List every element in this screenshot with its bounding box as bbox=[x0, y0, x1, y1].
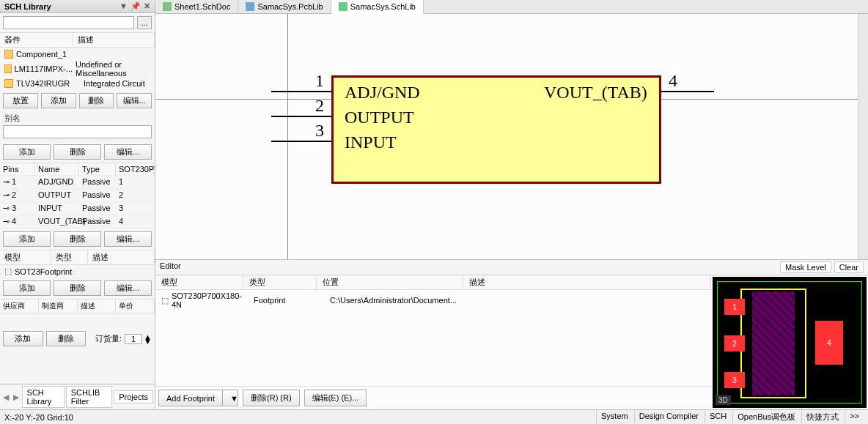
coordinates-text: X:-20 Y:-20 Grid:10 bbox=[4, 413, 73, 422]
list-item[interactable]: Component_1 bbox=[0, 49, 155, 59]
pcblib-icon bbox=[246, 2, 254, 11]
model-row[interactable]: ⬚ SOT23Footprint bbox=[0, 265, 155, 278]
panel-title: SCH Library bbox=[4, 2, 51, 11]
col-component[interactable]: 器件 bbox=[0, 33, 73, 47]
footprint-icon: ⬚ bbox=[4, 267, 12, 276]
tab-schlib-filter[interactable]: SCHLIB Filter bbox=[66, 386, 113, 408]
status-design-compiler[interactable]: Design Compiler bbox=[634, 411, 703, 423]
list-item[interactable]: LM1117IMPX-...Undefined or Miscellaneous bbox=[0, 59, 155, 78]
pad: 3 bbox=[724, 372, 745, 388]
mask-level-button[interactable]: Mask Level bbox=[780, 261, 831, 273]
document-tabs: Sheet1.SchDoc SamacSys.PcbLib SamacSys.S… bbox=[155, 0, 868, 14]
schematic-canvas[interactable]: 1 2 3 4 ADJ/GND OUTPUT INPUT VOUT_(TAB) bbox=[155, 14, 858, 259]
delete-button[interactable]: 删除 bbox=[46, 331, 87, 346]
tab-sch-library[interactable]: SCH Library bbox=[22, 386, 65, 408]
status-system[interactable]: System bbox=[596, 411, 633, 423]
pin-number: 3 bbox=[315, 121, 324, 141]
pad: 2 bbox=[724, 335, 745, 352]
table-row[interactable]: ⊸ 1ADJ/GNDPassive1 bbox=[0, 176, 155, 189]
status-more[interactable]: >> bbox=[845, 411, 864, 423]
component-icon bbox=[4, 64, 12, 73]
edit-button[interactable]: 编辑... bbox=[104, 231, 152, 247]
edit-button[interactable]: 编辑... bbox=[104, 280, 152, 296]
alias-input[interactable] bbox=[3, 125, 152, 138]
add-button[interactable]: 添加 bbox=[3, 280, 51, 296]
col-desc[interactable]: 描述 bbox=[88, 250, 155, 264]
col-location[interactable]: 位置 bbox=[317, 275, 463, 289]
add-button[interactable]: 添加 bbox=[3, 144, 51, 160]
pin-label: ADJ/GND bbox=[345, 83, 420, 103]
add-button[interactable]: 添加 bbox=[3, 231, 51, 247]
order-qty-spinner[interactable]: ▲▼ bbox=[125, 331, 152, 346]
col-model[interactable]: 模型 bbox=[155, 275, 243, 289]
footprint-icon: ⬚ bbox=[161, 296, 169, 305]
footprint-preview[interactable]: 1 2 3 4 3D bbox=[713, 277, 867, 408]
tab-pcblib[interactable]: SamacSys.PcbLib bbox=[238, 0, 331, 13]
col-desc[interactable]: 描述 bbox=[78, 300, 117, 313]
pin-number: 1 bbox=[315, 71, 324, 91]
status-sch[interactable]: SCH bbox=[705, 411, 731, 423]
browse-button[interactable]: ... bbox=[137, 16, 152, 29]
editor-title: Editor bbox=[160, 261, 181, 273]
col-footprint[interactable]: SOT230P7... bbox=[116, 163, 154, 176]
col-supplier[interactable]: 供应商 bbox=[0, 300, 39, 313]
scroll-right-icon[interactable]: ▶ bbox=[12, 393, 21, 402]
close-icon[interactable]: ✕ bbox=[144, 1, 150, 11]
col-model[interactable]: 模型 bbox=[0, 250, 51, 264]
tab-projects[interactable]: Projects bbox=[114, 390, 153, 403]
dropdown-icon[interactable]: ▼ bbox=[119, 1, 128, 11]
footprint-row[interactable]: ⬚ SOT230P700X180-4N Footprint C:\Users\A… bbox=[155, 290, 711, 310]
delete-button[interactable]: 删除 bbox=[54, 231, 101, 247]
pin-icon[interactable]: 📌 bbox=[130, 1, 141, 11]
status-shortcuts[interactable]: 快捷方式 bbox=[801, 411, 843, 423]
3d-toggle[interactable]: 3D bbox=[716, 395, 731, 405]
scroll-left-icon[interactable]: ◀ bbox=[1, 393, 10, 402]
edit-footprint-button[interactable]: 编辑(E) (E)... bbox=[304, 390, 367, 406]
add-button[interactable]: 添加 bbox=[3, 331, 43, 346]
pin-number: 4 bbox=[669, 71, 677, 91]
pad: 4 bbox=[815, 321, 843, 365]
component-icon bbox=[4, 50, 13, 59]
pin-label: VOUT_(TAB) bbox=[544, 83, 647, 103]
edit-button[interactable]: 编辑... bbox=[104, 144, 152, 160]
table-row[interactable]: ⊸ 4VOUT_(TAB)Passive4 bbox=[0, 215, 155, 228]
tab-schlib[interactable]: SamacSys.SchLib bbox=[331, 0, 424, 14]
add-footprint-button[interactable]: Add Footprint bbox=[158, 390, 223, 406]
schdoc-icon bbox=[163, 2, 172, 11]
table-row[interactable]: ⊸ 3INPUTPassive3 bbox=[0, 202, 155, 215]
add-footprint-dropdown[interactable]: ▼ bbox=[223, 390, 238, 406]
tab-sheet1[interactable]: Sheet1.SchDoc bbox=[155, 0, 238, 13]
panel-header: SCH Library ▼ 📌 ✕ bbox=[0, 0, 155, 13]
col-price[interactable]: 单价 bbox=[116, 300, 155, 313]
alias-label: 别名 bbox=[0, 111, 155, 125]
sch-library-panel: SCH Library ▼ 📌 ✕ ... 器件 描述 Component_1 … bbox=[0, 0, 155, 409]
search-input[interactable] bbox=[3, 16, 134, 29]
delete-button[interactable]: 删除 bbox=[54, 280, 101, 296]
clear-button[interactable]: Clear bbox=[834, 261, 864, 273]
place-button[interactable]: 放置 bbox=[3, 93, 38, 108]
pin-label: INPUT bbox=[345, 133, 397, 152]
col-description[interactable]: 描述 bbox=[463, 275, 711, 289]
delete-button[interactable]: 删除 bbox=[54, 144, 101, 160]
add-button[interactable]: 添加 bbox=[41, 93, 76, 108]
pad: 1 bbox=[724, 299, 745, 315]
edit-button[interactable]: 编辑... bbox=[117, 93, 152, 108]
table-row[interactable]: ⊸ 2OUTPUTPassive2 bbox=[0, 189, 155, 202]
delete-footprint-button[interactable]: 删除(R) (R) bbox=[243, 390, 300, 406]
col-type[interactable]: 类型 bbox=[243, 275, 317, 289]
delete-button[interactable]: 删除 bbox=[79, 93, 114, 108]
col-type[interactable]: Type bbox=[79, 163, 116, 176]
status-openbus[interactable]: OpenBus调色板 bbox=[732, 411, 800, 423]
pin-number: 2 bbox=[315, 96, 324, 116]
vertical-scrollbar[interactable] bbox=[858, 14, 868, 259]
schlib-icon bbox=[339, 2, 347, 11]
pin-label: OUTPUT bbox=[345, 108, 414, 127]
order-qty-label: 订货量: bbox=[89, 331, 122, 346]
col-type[interactable]: 类型 bbox=[51, 250, 88, 264]
col-name[interactable]: Name bbox=[35, 163, 79, 176]
col-pins[interactable]: Pins bbox=[0, 163, 35, 176]
list-item[interactable]: TLV342IRUGRIntegrated Circuit bbox=[0, 78, 155, 89]
col-manufacturer[interactable]: 制造商 bbox=[39, 300, 78, 313]
component-icon bbox=[4, 79, 13, 88]
col-description[interactable]: 描述 bbox=[73, 33, 155, 47]
